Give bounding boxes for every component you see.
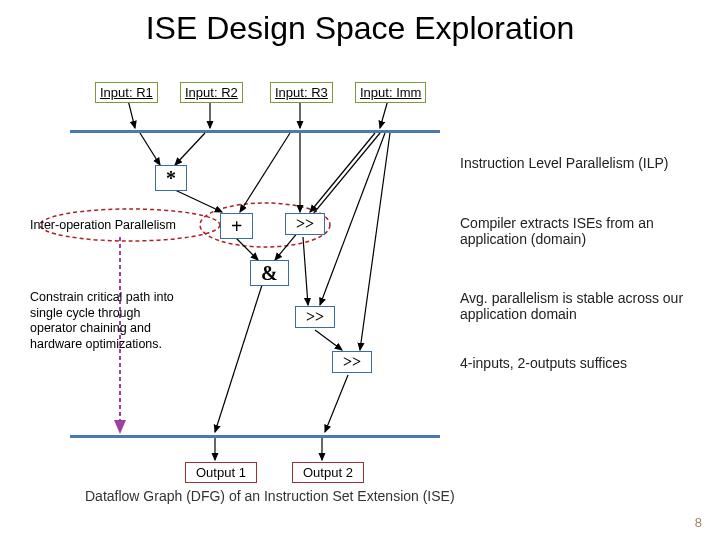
label-constrain: Constrain critical path into single cycl… <box>30 290 185 353</box>
svg-line-11 <box>320 133 385 305</box>
op-mul: * <box>155 165 187 191</box>
op-shr1: >> <box>285 213 325 235</box>
svg-line-14 <box>240 133 290 212</box>
svg-line-6 <box>140 133 160 165</box>
input-r3: Input: R3 <box>270 82 333 103</box>
svg-line-16 <box>303 237 308 305</box>
input-r1: Input: R1 <box>95 82 158 103</box>
bullet-ilp: Instruction Level Parallelism (ILP) <box>460 155 710 171</box>
label-interop: Inter-operation Parallelism <box>30 218 176 232</box>
svg-line-2 <box>128 100 135 128</box>
svg-line-5 <box>380 100 388 128</box>
svg-line-19 <box>325 375 348 432</box>
page-title: ISE Design Space Exploration <box>0 10 720 47</box>
bullet-suffices: 4-inputs, 2-outputs suffices <box>460 355 710 371</box>
svg-line-9 <box>310 133 375 212</box>
op-shr3: >> <box>332 351 372 373</box>
arrows-layer <box>0 0 720 540</box>
input-imm: Input: Imm <box>355 82 426 103</box>
svg-line-15 <box>235 237 258 260</box>
caption: Dataflow Graph (DFG) of an Instruction S… <box>85 488 455 504</box>
svg-line-7 <box>175 133 205 165</box>
bottom-bar <box>70 435 440 438</box>
svg-line-18 <box>315 330 342 350</box>
svg-line-12 <box>360 133 390 350</box>
svg-line-13 <box>175 190 222 212</box>
page-number: 8 <box>695 515 702 530</box>
input-r2: Input: R2 <box>180 82 243 103</box>
op-add: + <box>220 213 253 239</box>
output-2: Output 2 <box>292 462 364 483</box>
bullet-avg: Avg. parallelism is stable across our ap… <box>460 290 710 322</box>
top-bar <box>70 130 440 133</box>
op-shr2: >> <box>295 306 335 328</box>
svg-line-17 <box>215 285 262 432</box>
svg-line-10 <box>275 133 380 260</box>
op-and: & <box>250 260 289 286</box>
output-1: Output 1 <box>185 462 257 483</box>
bullet-compiler: Compiler extracts ISEs from an applicati… <box>460 215 710 247</box>
